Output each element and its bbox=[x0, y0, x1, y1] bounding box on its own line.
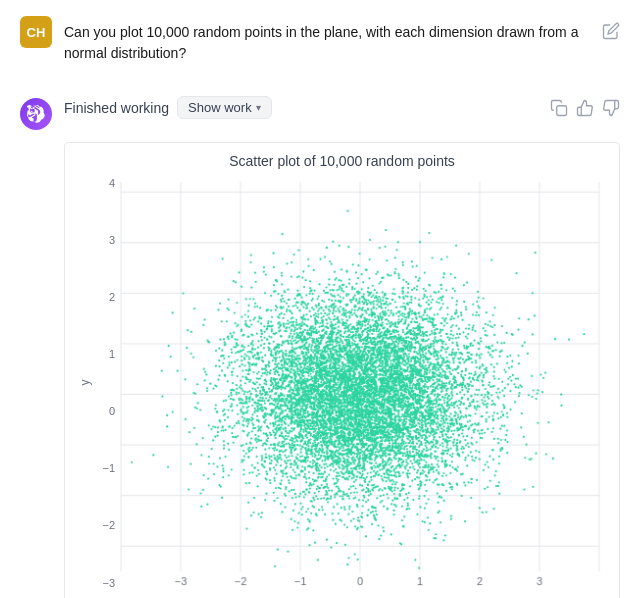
assistant-section: Finished working Show work ▾ bbox=[0, 96, 640, 598]
chart-inner: 4 3 2 1 0 −1 −2 −3 bbox=[91, 177, 609, 589]
chart-title: Scatter plot of 10,000 random points bbox=[75, 153, 609, 169]
page-container: CH Can you plot 10,000 random points in … bbox=[0, 0, 640, 598]
show-work-button[interactable]: Show work ▾ bbox=[177, 96, 272, 119]
assistant-content: Finished working Show work ▾ bbox=[64, 96, 620, 129]
show-work-label: Show work bbox=[188, 100, 252, 115]
user-message-row: CH Can you plot 10,000 random points in … bbox=[20, 16, 620, 64]
status-bar: Finished working Show work ▾ bbox=[64, 96, 620, 119]
user-message: Can you plot 10,000 random points in the… bbox=[64, 16, 590, 64]
chart-wrapper: y 4 3 2 1 0 −1 −2 −3 bbox=[75, 177, 609, 589]
assistant-avatar bbox=[20, 98, 52, 130]
edit-icon[interactable] bbox=[602, 22, 620, 40]
thumbdown-icon[interactable] bbox=[602, 99, 620, 117]
y-axis-label: y bbox=[75, 177, 91, 589]
scatter-plot bbox=[119, 177, 609, 589]
chart-plot-area: 4 3 2 1 0 −1 −2 −3 bbox=[91, 177, 609, 589]
copy-icon[interactable] bbox=[550, 99, 568, 117]
chevron-down-icon: ▾ bbox=[256, 102, 261, 113]
avatar: CH bbox=[20, 16, 52, 48]
chat-area: CH Can you plot 10,000 random points in … bbox=[0, 0, 640, 96]
y-ticks: 4 3 2 1 0 −1 −2 −3 bbox=[91, 177, 119, 589]
status-text: Finished working bbox=[64, 100, 169, 116]
svg-rect-0 bbox=[557, 105, 567, 115]
thumbup-icon[interactable] bbox=[576, 99, 594, 117]
action-icons bbox=[550, 99, 620, 117]
chart-container: Scatter plot of 10,000 random points y 4… bbox=[64, 142, 620, 598]
assistant-row: Finished working Show work ▾ bbox=[20, 96, 620, 130]
